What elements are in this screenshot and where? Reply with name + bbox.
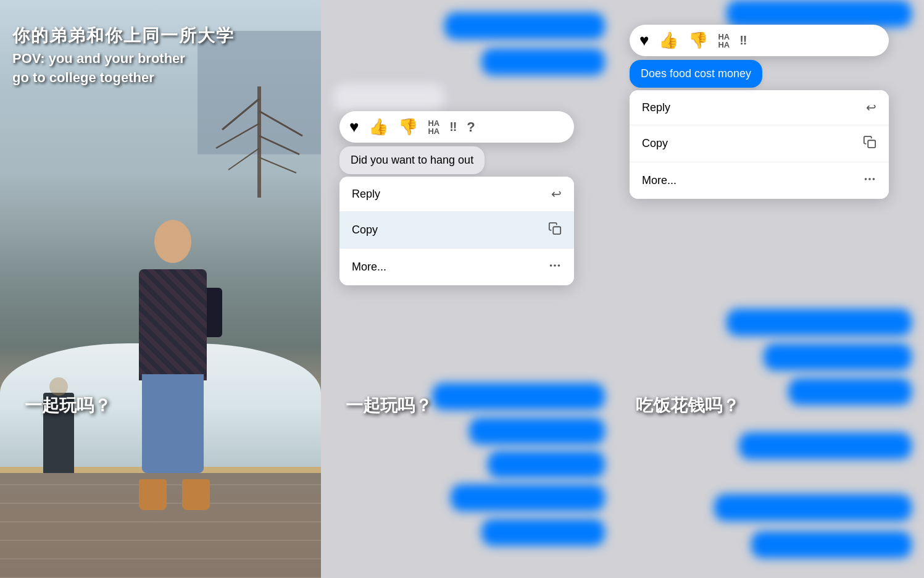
action-menu-left: Reply ↩ Copy More... <box>339 177 574 285</box>
blurred-bubble-r3 <box>764 343 912 371</box>
context-menu-left: ♥ 👍 👎 HAHA ‼ ? Did you want to hang out … <box>339 111 574 285</box>
subtitle-overlay: 你的弟弟和你上同一所大学 POV: you and your brother g… <box>12 25 309 88</box>
blurred-bubble-4 <box>432 383 605 410</box>
reaction-thumbsup-right[interactable]: 👍 <box>659 31 678 50</box>
blurred-bubble-1 <box>444 12 605 40</box>
svg-line-1 <box>222 99 259 130</box>
reaction-heart[interactable]: ♥ <box>349 117 359 136</box>
translation-left: 一起玩吗？ <box>25 394 111 417</box>
more-icon-right <box>863 172 876 189</box>
reply-button-left[interactable]: Reply ↩ <box>339 177 574 212</box>
svg-rect-11 <box>868 140 875 148</box>
chat-panel-left: ♥ 👍 👎 HAHA ‼ ? Did you want to hang out … <box>321 0 617 578</box>
blurred-bubble-r2 <box>726 309 912 336</box>
more-button-right[interactable]: More... <box>630 162 889 199</box>
blurred-bubble-r7 <box>751 531 912 558</box>
context-menu-right: ♥ 👍 👎 HAHA ‼ Does food cost money Reply … <box>630 25 889 199</box>
person-jacket <box>139 269 207 380</box>
person-boot-left <box>139 479 167 510</box>
selected-message-bubble-right: Does food cost money <box>630 60 762 88</box>
svg-point-12 <box>865 178 867 180</box>
reaction-question[interactable]: ? <box>467 119 475 135</box>
action-menu-right: Reply ↩ Copy More... <box>630 90 889 199</box>
reply-icon-left: ↩ <box>551 186 562 201</box>
svg-line-2 <box>259 111 302 136</box>
copy-button-right[interactable]: Copy <box>630 125 889 162</box>
copy-label-left: Copy <box>352 224 378 237</box>
person-head <box>154 220 191 263</box>
copy-icon-left <box>548 222 562 238</box>
reaction-haha[interactable]: HAHA <box>428 119 439 135</box>
blurred-bubble-r1 <box>726 0 912 27</box>
translation-center: 一起玩吗？ <box>346 394 432 417</box>
svg-point-9 <box>554 264 556 267</box>
person-jeans <box>142 374 204 473</box>
translation-right: 吃饭花钱吗？ <box>636 394 739 417</box>
copy-label-right: Copy <box>642 137 668 150</box>
more-label-right: More... <box>642 174 676 187</box>
svg-point-10 <box>558 264 560 267</box>
more-icon-left <box>548 259 562 275</box>
reaction-heart-right[interactable]: ♥ <box>639 31 649 50</box>
reaction-exclaim[interactable]: ‼ <box>449 120 457 134</box>
reaction-bar-right[interactable]: ♥ 👍 👎 HAHA ‼ <box>630 25 889 56</box>
svg-line-4 <box>259 136 299 154</box>
reaction-thumbsdown-right[interactable]: 👎 <box>688 31 708 50</box>
svg-point-13 <box>868 178 871 180</box>
reaction-thumbsdown[interactable]: 👎 <box>398 117 418 136</box>
copy-icon-right <box>863 135 876 152</box>
reaction-haha-right[interactable]: HAHA <box>718 33 730 49</box>
reaction-bar-left[interactable]: ♥ 👍 👎 HAHA ‼ ? <box>339 111 574 143</box>
main-person <box>111 207 235 504</box>
more-button-left[interactable]: More... <box>339 249 574 285</box>
reply-label-left: Reply <box>352 188 380 201</box>
blurred-bubble-6 <box>488 451 605 478</box>
reply-icon-right: ↩ <box>866 100 876 115</box>
blurred-bubble-5 <box>469 417 605 445</box>
blurred-bubble-7 <box>451 484 605 511</box>
blurred-bubble-r5 <box>739 432 912 459</box>
svg-line-3 <box>216 124 259 148</box>
copy-button-left[interactable]: Copy <box>339 212 574 249</box>
video-panel: 你的弟弟和你上同一所大学 POV: you and your brother g… <box>0 0 321 578</box>
blurred-bubble-r6 <box>714 494 912 521</box>
person-boot-right <box>182 479 210 510</box>
reaction-thumbsup[interactable]: 👍 <box>368 117 388 136</box>
reaction-exclaim-right[interactable]: ‼ <box>739 33 747 48</box>
svg-rect-7 <box>553 227 560 234</box>
svg-line-6 <box>259 157 296 173</box>
blurred-bubble-r4 <box>788 378 912 405</box>
svg-line-5 <box>228 148 259 170</box>
reply-label-right: Reply <box>642 101 670 114</box>
subtitle-english: POV: you and your brother go to college … <box>12 49 309 88</box>
blurred-bubble-3 <box>333 84 444 111</box>
reply-button-right[interactable]: Reply ↩ <box>630 90 889 125</box>
selected-message-bubble-left: Did you want to hang out <box>339 146 485 174</box>
more-label-left: More... <box>352 261 386 274</box>
blurred-bubble-8 <box>481 519 605 546</box>
subtitle-chinese: 你的弟弟和你上同一所大学 <box>12 25 309 47</box>
blurred-bubble-2 <box>481 48 605 75</box>
svg-point-8 <box>550 264 552 267</box>
chat-panel-right: ♥ 👍 👎 HAHA ‼ Does food cost money Reply … <box>617 0 924 578</box>
svg-point-14 <box>873 178 875 180</box>
